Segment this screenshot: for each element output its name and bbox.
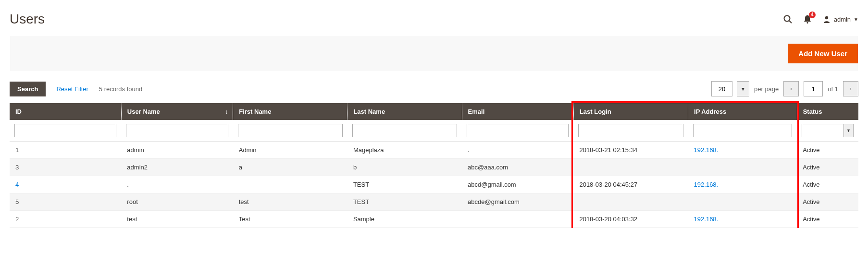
col-lastlogin[interactable]: Last Login	[573, 103, 688, 120]
table-cell: 2018-03-20 04:03:32	[573, 211, 688, 228]
table-cell: Active	[797, 142, 858, 159]
col-email[interactable]: Email	[462, 103, 573, 120]
table-cell: Mageplaza	[347, 142, 462, 159]
filter-email-input[interactable]	[467, 124, 569, 137]
filter-lastname-input[interactable]	[352, 124, 457, 137]
col-status[interactable]: Status	[797, 103, 858, 120]
table-cell: a	[233, 159, 347, 176]
svg-point-2	[806, 22, 808, 24]
svg-point-0	[784, 16, 790, 22]
prev-page-button[interactable]: ‹	[783, 81, 799, 96]
table-cell: abcde@gmail.com	[462, 193, 573, 211]
table-row[interactable]: 3admin2ababc@aaa.comActive	[10, 159, 858, 176]
table-cell: admin2	[121, 159, 233, 176]
table-row[interactable]: 4.TESTabcd@gmail.com2018-03-20 04:45:271…	[10, 176, 858, 193]
col-username[interactable]: User Name↓	[121, 103, 233, 120]
filter-lastlogin-input[interactable]	[578, 124, 683, 137]
filter-id-input[interactable]	[14, 124, 116, 137]
svg-line-1	[789, 21, 792, 24]
notifications-icon[interactable]: 4	[803, 14, 812, 24]
filter-ip-input[interactable]	[693, 124, 793, 137]
filter-username-input[interactable]	[126, 124, 228, 137]
table-cell	[573, 159, 688, 176]
filter-status-select[interactable]	[802, 124, 844, 137]
col-firstname[interactable]: First Name	[233, 103, 347, 120]
filter-firstname-input[interactable]	[238, 124, 343, 137]
col-ip[interactable]: IP Address	[688, 103, 797, 120]
table-cell: Active	[797, 211, 858, 228]
table-cell: 2018-03-20 04:45:27	[573, 176, 688, 193]
user-menu-label: admin	[834, 16, 851, 23]
table-cell: Active	[797, 176, 858, 193]
page-total-label: of 1	[828, 85, 838, 93]
sort-down-icon: ↓	[225, 108, 228, 115]
table-cell	[462, 211, 573, 228]
col-id[interactable]: ID	[10, 103, 121, 120]
next-page-button[interactable]: ›	[843, 81, 858, 96]
table-cell: b	[347, 159, 462, 176]
table-cell: Active	[797, 193, 858, 211]
table-row[interactable]: 1adminAdminMageplaza.2018-03-21 02:15:34…	[10, 142, 858, 159]
chevron-down-icon[interactable]: ▼	[844, 124, 854, 137]
table-cell: .	[462, 142, 573, 159]
table-cell: 4	[10, 176, 121, 193]
table-cell: root	[121, 193, 233, 211]
table-cell: test	[121, 211, 233, 228]
user-menu[interactable]: admin ▼	[822, 15, 858, 24]
table-cell: Admin	[233, 142, 347, 159]
table-cell: .	[121, 176, 233, 193]
table-cell	[688, 159, 797, 176]
reset-filter-link[interactable]: Reset Filter	[56, 85, 88, 93]
table-cell	[688, 193, 797, 211]
notification-badge: 4	[809, 12, 816, 18]
table-row[interactable]: 2testTestSample2018-03-20 04:03:32192.16…	[10, 211, 858, 228]
records-found-label: 5 records found	[99, 85, 142, 93]
search-button[interactable]: Search	[10, 82, 46, 96]
table-cell: 192.168.	[688, 211, 797, 228]
per-page-label: per page	[754, 85, 779, 93]
table-cell: abcd@gmail.com	[462, 176, 573, 193]
table-cell: Active	[797, 159, 858, 176]
table-cell: 5	[10, 193, 121, 211]
table-cell: admin	[121, 142, 233, 159]
page-size-dropdown[interactable]: ▼	[737, 81, 749, 96]
table-cell: test	[233, 193, 347, 211]
page-size-input[interactable]	[711, 81, 732, 96]
table-cell: TEST	[347, 176, 462, 193]
add-new-user-button[interactable]: Add New User	[788, 44, 858, 63]
table-cell: Sample	[347, 211, 462, 228]
table-row[interactable]: 5roottestTESTabcde@gmail.comActive	[10, 193, 858, 211]
table-cell: Test	[233, 211, 347, 228]
col-lastname[interactable]: Last Name	[347, 103, 462, 120]
table-cell: abc@aaa.com	[462, 159, 573, 176]
svg-point-3	[825, 16, 828, 19]
table-cell: TEST	[347, 193, 462, 211]
search-icon[interactable]	[783, 14, 793, 24]
table-cell: 2	[10, 211, 121, 228]
table-cell: 192.168.	[688, 142, 797, 159]
current-page-input[interactable]	[804, 81, 823, 96]
chevron-down-icon: ▼	[854, 17, 858, 22]
table-cell: 2018-03-21 02:15:34	[573, 142, 688, 159]
table-cell: 1	[10, 142, 121, 159]
table-cell	[233, 176, 347, 193]
table-cell: 192.168.	[688, 176, 797, 193]
table-cell	[573, 193, 688, 211]
page-title: Users	[10, 12, 45, 27]
table-cell: 3	[10, 159, 121, 176]
